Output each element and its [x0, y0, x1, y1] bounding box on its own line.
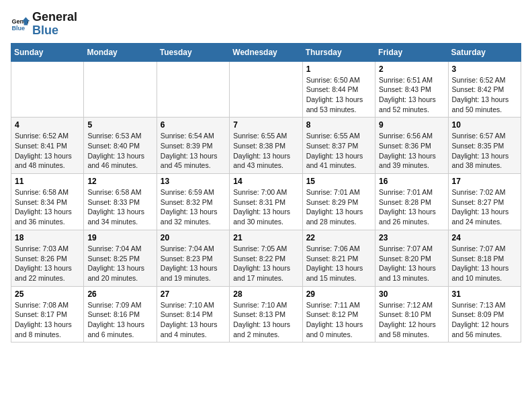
weekday-monday: Monday: [84, 43, 157, 61]
calendar-cell: 18Sunrise: 7:03 AM Sunset: 8:26 PM Dayli…: [11, 230, 84, 286]
calendar-cell: [157, 61, 229, 118]
calendar-cell: 26Sunrise: 7:09 AM Sunset: 8:16 PM Dayli…: [84, 286, 157, 342]
page-header: General Blue General Blue: [11, 11, 521, 38]
day-info: Sunrise: 7:03 AM Sunset: 8:26 PM Dayligh…: [15, 244, 80, 283]
day-info: Sunrise: 7:00 AM Sunset: 8:31 PM Dayligh…: [233, 187, 298, 227]
day-number: 30: [379, 289, 444, 299]
day-number: 5: [87, 120, 152, 130]
day-info: Sunrise: 7:10 AM Sunset: 8:13 PM Dayligh…: [233, 300, 298, 340]
day-number: 18: [15, 233, 80, 242]
calendar-cell: 17Sunrise: 7:02 AM Sunset: 8:27 PM Dayli…: [448, 174, 521, 230]
day-number: 7: [233, 120, 298, 130]
day-number: 24: [452, 233, 517, 242]
day-number: 9: [379, 120, 444, 130]
calendar-cell: 19Sunrise: 7:04 AM Sunset: 8:25 PM Dayli…: [84, 230, 157, 286]
day-info: Sunrise: 7:11 AM Sunset: 8:12 PM Dayligh…: [306, 300, 371, 340]
svg-text:Blue: Blue: [11, 25, 25, 32]
day-number: 20: [161, 233, 226, 242]
weekday-thursday: Thursday: [302, 43, 375, 61]
calendar-cell: 22Sunrise: 7:06 AM Sunset: 8:21 PM Dayli…: [302, 230, 375, 286]
day-number: 10: [452, 120, 517, 130]
day-number: 8: [306, 120, 371, 130]
calendar-cell: 5Sunrise: 6:53 AM Sunset: 8:40 PM Daylig…: [84, 118, 157, 174]
day-info: Sunrise: 6:58 AM Sunset: 8:34 PM Dayligh…: [15, 187, 80, 227]
day-info: Sunrise: 7:04 AM Sunset: 8:25 PM Dayligh…: [87, 244, 152, 283]
calendar-cell: [11, 61, 84, 118]
calendar-cell: 11Sunrise: 6:58 AM Sunset: 8:34 PM Dayli…: [11, 174, 84, 230]
day-info: Sunrise: 6:57 AM Sunset: 8:35 PM Dayligh…: [452, 131, 517, 171]
day-number: 13: [161, 177, 226, 186]
day-info: Sunrise: 7:08 AM Sunset: 8:17 PM Dayligh…: [15, 300, 80, 340]
day-number: 17: [452, 177, 517, 186]
calendar-cell: 3Sunrise: 6:52 AM Sunset: 8:42 PM Daylig…: [448, 61, 521, 118]
day-number: 12: [87, 177, 152, 186]
day-number: 15: [306, 177, 371, 186]
day-info: Sunrise: 7:12 AM Sunset: 8:10 PM Dayligh…: [379, 300, 444, 340]
day-number: 4: [15, 120, 80, 130]
calendar-cell: 2Sunrise: 6:51 AM Sunset: 8:43 PM Daylig…: [375, 61, 448, 118]
day-info: Sunrise: 7:01 AM Sunset: 8:28 PM Dayligh…: [379, 187, 444, 227]
day-info: Sunrise: 6:56 AM Sunset: 8:36 PM Dayligh…: [379, 131, 444, 171]
calendar-cell: 10Sunrise: 6:57 AM Sunset: 8:35 PM Dayli…: [448, 118, 521, 174]
calendar-cell: 15Sunrise: 7:01 AM Sunset: 8:29 PM Dayli…: [302, 174, 375, 230]
week-row-4: 18Sunrise: 7:03 AM Sunset: 8:26 PM Dayli…: [11, 230, 521, 286]
day-number: 27: [161, 289, 226, 299]
day-info: Sunrise: 6:52 AM Sunset: 8:41 PM Dayligh…: [15, 131, 80, 171]
day-info: Sunrise: 6:54 AM Sunset: 8:39 PM Dayligh…: [161, 131, 226, 171]
logo-text: General Blue: [32, 11, 77, 38]
calendar-table: SundayMondayTuesdayWednesdayThursdayFrid…: [11, 43, 521, 343]
day-number: 3: [452, 64, 517, 74]
day-number: 19: [87, 233, 152, 242]
day-info: Sunrise: 6:58 AM Sunset: 8:33 PM Dayligh…: [87, 187, 152, 227]
weekday-friday: Friday: [375, 43, 448, 61]
logo-icon: General Blue: [11, 15, 30, 34]
week-row-1: 1Sunrise: 6:50 AM Sunset: 8:44 PM Daylig…: [11, 61, 521, 118]
calendar-cell: 14Sunrise: 7:00 AM Sunset: 8:31 PM Dayli…: [230, 174, 302, 230]
day-info: Sunrise: 7:05 AM Sunset: 8:22 PM Dayligh…: [233, 244, 298, 283]
week-row-2: 4Sunrise: 6:52 AM Sunset: 8:41 PM Daylig…: [11, 118, 521, 174]
day-number: 25: [15, 289, 80, 299]
day-number: 2: [379, 64, 444, 74]
calendar-cell: 31Sunrise: 7:13 AM Sunset: 8:09 PM Dayli…: [448, 286, 521, 342]
weekday-wednesday: Wednesday: [230, 43, 302, 61]
day-number: 16: [379, 177, 444, 186]
calendar-cell: 28Sunrise: 7:10 AM Sunset: 8:13 PM Dayli…: [230, 286, 302, 342]
calendar-cell: 25Sunrise: 7:08 AM Sunset: 8:17 PM Dayli…: [11, 286, 84, 342]
calendar-cell: 12Sunrise: 6:58 AM Sunset: 8:33 PM Dayli…: [84, 174, 157, 230]
calendar-cell: 1Sunrise: 6:50 AM Sunset: 8:44 PM Daylig…: [302, 61, 375, 118]
day-info: Sunrise: 6:50 AM Sunset: 8:44 PM Dayligh…: [306, 75, 371, 115]
day-info: Sunrise: 7:02 AM Sunset: 8:27 PM Dayligh…: [452, 187, 517, 227]
day-info: Sunrise: 6:55 AM Sunset: 8:37 PM Dayligh…: [306, 131, 371, 171]
weekday-tuesday: Tuesday: [157, 43, 229, 61]
day-number: 26: [87, 289, 152, 299]
day-number: 14: [233, 177, 298, 186]
day-info: Sunrise: 6:59 AM Sunset: 8:32 PM Dayligh…: [161, 187, 226, 227]
week-row-3: 11Sunrise: 6:58 AM Sunset: 8:34 PM Dayli…: [11, 174, 521, 230]
calendar-cell: 13Sunrise: 6:59 AM Sunset: 8:32 PM Dayli…: [157, 174, 229, 230]
day-info: Sunrise: 6:53 AM Sunset: 8:40 PM Dayligh…: [87, 131, 152, 171]
calendar-cell: 30Sunrise: 7:12 AM Sunset: 8:10 PM Dayli…: [375, 286, 448, 342]
day-info: Sunrise: 7:06 AM Sunset: 8:21 PM Dayligh…: [306, 244, 371, 283]
calendar-cell: 16Sunrise: 7:01 AM Sunset: 8:28 PM Dayli…: [375, 174, 448, 230]
weekday-sunday: Sunday: [11, 43, 84, 61]
logo: General Blue General Blue: [11, 11, 77, 38]
calendar-cell: 27Sunrise: 7:10 AM Sunset: 8:14 PM Dayli…: [157, 286, 229, 342]
weekday-header-row: SundayMondayTuesdayWednesdayThursdayFrid…: [11, 43, 521, 61]
day-info: Sunrise: 6:52 AM Sunset: 8:42 PM Dayligh…: [452, 75, 517, 115]
calendar-cell: 24Sunrise: 7:07 AM Sunset: 8:18 PM Dayli…: [448, 230, 521, 286]
day-number: 6: [161, 120, 226, 130]
calendar-cell: [84, 61, 157, 118]
day-info: Sunrise: 7:04 AM Sunset: 8:23 PM Dayligh…: [161, 244, 226, 283]
day-number: 31: [452, 289, 517, 299]
calendar-cell: 6Sunrise: 6:54 AM Sunset: 8:39 PM Daylig…: [157, 118, 229, 174]
day-info: Sunrise: 6:55 AM Sunset: 8:38 PM Dayligh…: [233, 131, 298, 171]
day-number: 29: [306, 289, 371, 299]
day-info: Sunrise: 7:01 AM Sunset: 8:29 PM Dayligh…: [306, 187, 371, 227]
day-info: Sunrise: 7:07 AM Sunset: 8:20 PM Dayligh…: [379, 244, 444, 283]
day-number: 21: [233, 233, 298, 242]
calendar-cell: 20Sunrise: 7:04 AM Sunset: 8:23 PM Dayli…: [157, 230, 229, 286]
day-info: Sunrise: 7:07 AM Sunset: 8:18 PM Dayligh…: [452, 244, 517, 283]
calendar-cell: 8Sunrise: 6:55 AM Sunset: 8:37 PM Daylig…: [302, 118, 375, 174]
day-number: 23: [379, 233, 444, 242]
calendar-cell: 7Sunrise: 6:55 AM Sunset: 8:38 PM Daylig…: [230, 118, 302, 174]
